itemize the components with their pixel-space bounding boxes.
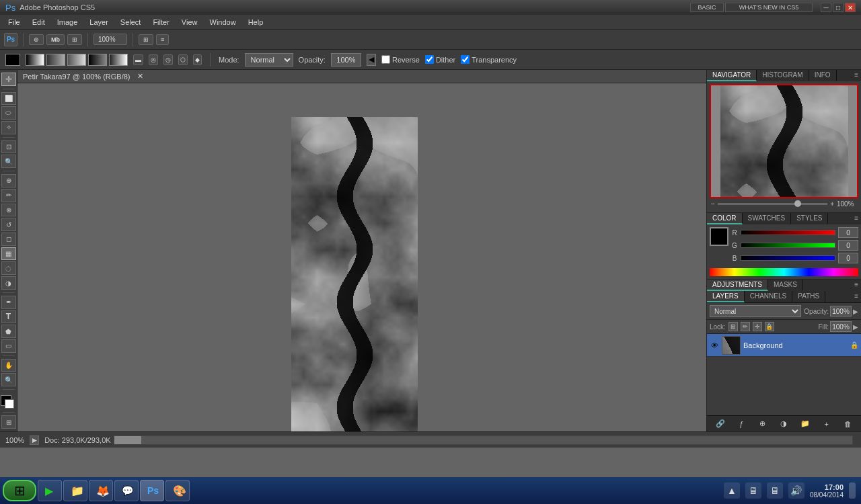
layer-visibility-icon[interactable]: 👁: [710, 341, 719, 350]
fill-input[interactable]: [830, 321, 852, 332]
mb-button[interactable]: Mb: [46, 34, 65, 45]
gradient-color-swatch[interactable]: [5, 54, 20, 66]
tray-network-icon[interactable]: 🖥: [745, 482, 761, 499]
lock-transparent-pixels-icon[interactable]: ⊞: [728, 322, 738, 331]
tab-color[interactable]: COLOR: [707, 213, 743, 224]
reverse-checkbox[interactable]: [381, 55, 390, 64]
green-value-input[interactable]: [838, 240, 858, 251]
tab-histogram[interactable]: HISTOGRAM: [757, 70, 809, 81]
nav-zoom-plus-icon[interactable]: +: [830, 200, 834, 208]
tray-display-icon[interactable]: 🖥: [767, 482, 783, 499]
taskbar-app-photoshop[interactable]: Ps: [140, 480, 164, 501]
scrollbar-thumb[interactable]: [114, 436, 141, 444]
color-spectrum[interactable]: [710, 268, 858, 276]
restore-button[interactable]: □: [833, 3, 844, 12]
menu-layer[interactable]: Layer: [84, 17, 114, 28]
menu-view[interactable]: View: [176, 17, 203, 28]
menu-window[interactable]: Window: [204, 17, 241, 28]
red-value-input[interactable]: [838, 227, 858, 238]
adjustments-panel-menu[interactable]: ≡: [852, 280, 861, 291]
reflected-gradient-button[interactable]: ⬡: [178, 54, 188, 65]
dither-checkbox[interactable]: [425, 55, 434, 64]
layers-opacity-arrow[interactable]: ▶: [853, 308, 858, 315]
adjustment-button[interactable]: ◑: [777, 418, 790, 430]
document-canvas[interactable]: [291, 117, 418, 431]
tab-layers[interactable]: LAYERS: [707, 291, 745, 302]
nav-zoom-thumb[interactable]: [794, 200, 801, 207]
lasso-tool[interactable]: ⬭: [1, 106, 16, 120]
opacity-slider-btn[interactable]: ◀: [367, 54, 376, 66]
dodge-tool[interactable]: ◑: [1, 276, 16, 290]
taskbar-app-paint[interactable]: 🎨: [165, 480, 190, 501]
blur-tool[interactable]: ◌: [1, 261, 16, 275]
close-button[interactable]: ✕: [845, 3, 856, 12]
history-brush-tool[interactable]: ↺: [1, 218, 16, 231]
tab-swatches[interactable]: SWATCHES: [743, 213, 792, 224]
menu-filter[interactable]: Filter: [147, 17, 174, 28]
minimize-button[interactable]: ─: [821, 3, 831, 12]
stamp-tool[interactable]: ⊗: [1, 204, 16, 217]
grid-button[interactable]: ⊞: [139, 34, 153, 45]
workspace-label[interactable]: BASIC: [690, 3, 724, 12]
gradient-preset-5[interactable]: [109, 54, 128, 66]
blue-slider-track[interactable]: [741, 255, 835, 261]
tab-navigator[interactable]: NAVIGATOR: [707, 70, 757, 81]
angle-gradient-button[interactable]: ◷: [163, 54, 173, 65]
layer-style-button[interactable]: ƒ: [735, 418, 748, 430]
blue-value-input[interactable]: [838, 253, 858, 263]
status-info-button[interactable]: ▶: [30, 435, 39, 445]
taskbar-app-explorer[interactable]: 📁: [63, 480, 87, 501]
gradient-preset-2[interactable]: [46, 54, 65, 66]
eyedropper-tool[interactable]: 🔍: [1, 155, 16, 168]
color-panel-menu[interactable]: ≡: [852, 213, 861, 224]
red-slider-track[interactable]: [741, 230, 835, 235]
tab-info[interactable]: INFO: [809, 70, 837, 81]
arrange-button[interactable]: ⊞: [67, 34, 82, 45]
tray-icon-1[interactable]: ▲: [724, 482, 740, 499]
document-close-icon[interactable]: ✕: [137, 72, 143, 81]
gradient-preset-1[interactable]: [26, 54, 44, 66]
menu-file[interactable]: File: [3, 17, 26, 28]
path-tool[interactable]: ⬟: [1, 325, 16, 338]
tab-paths[interactable]: PATHS: [792, 291, 825, 302]
menu-help[interactable]: Help: [243, 17, 269, 28]
linear-gradient-button[interactable]: ▬: [133, 54, 143, 65]
layers-opacity-input[interactable]: [830, 306, 852, 317]
delete-layer-button[interactable]: 🗑: [841, 418, 854, 430]
quick-mask-button[interactable]: ⊞: [1, 415, 16, 429]
color-foreground-swatch[interactable]: [710, 227, 728, 246]
taskbar-clock[interactable]: 17:00 08/04/2014: [810, 483, 844, 499]
layer-row[interactable]: 👁 Background 🔒: [707, 334, 861, 357]
zoom-input[interactable]: 100%: [93, 34, 127, 45]
tab-masks[interactable]: MASKS: [768, 280, 803, 291]
shape-tool[interactable]: ▭: [1, 339, 16, 353]
nav-zoom-slider[interactable]: [718, 203, 827, 205]
mask-button[interactable]: ⊕: [756, 418, 770, 430]
gradient-preset-3[interactable]: [67, 54, 86, 66]
crop-tool[interactable]: ⊡: [1, 140, 16, 154]
tray-volume-icon[interactable]: 🔊: [788, 482, 804, 499]
lock-all-icon[interactable]: 🔒: [765, 322, 774, 331]
menu-edit[interactable]: Edit: [27, 17, 50, 28]
new-layer-button[interactable]: +: [820, 418, 833, 430]
transparency-checkbox[interactable]: [461, 55, 470, 64]
whats-new-button[interactable]: WHAT'S NEW IN CS5: [725, 3, 813, 12]
taskbar-app-imo[interactable]: 💬: [114, 480, 139, 501]
tab-channels[interactable]: CHANNELS: [745, 291, 792, 302]
text-tool[interactable]: T: [1, 310, 16, 324]
radial-gradient-button[interactable]: ◎: [149, 54, 158, 65]
opacity-input[interactable]: [331, 53, 361, 67]
link-layers-button[interactable]: 🔗: [714, 418, 727, 430]
layout-button[interactable]: ≡: [156, 34, 169, 45]
layers-mode-select[interactable]: Normal Dissolve Multiply: [710, 305, 801, 317]
start-button[interactable]: ⊞: [3, 480, 36, 501]
hand-tool[interactable]: ✋: [1, 359, 16, 372]
tab-styles[interactable]: STYLES: [791, 213, 828, 224]
fill-arrow[interactable]: ▶: [853, 323, 858, 331]
diamond-gradient-button[interactable]: ◆: [193, 54, 202, 65]
background-color-swatch[interactable]: [5, 399, 14, 409]
menu-image[interactable]: Image: [52, 17, 83, 28]
menu-select[interactable]: Select: [115, 17, 147, 28]
green-slider-track[interactable]: [741, 243, 835, 248]
lock-position-icon[interactable]: ✛: [753, 322, 762, 331]
